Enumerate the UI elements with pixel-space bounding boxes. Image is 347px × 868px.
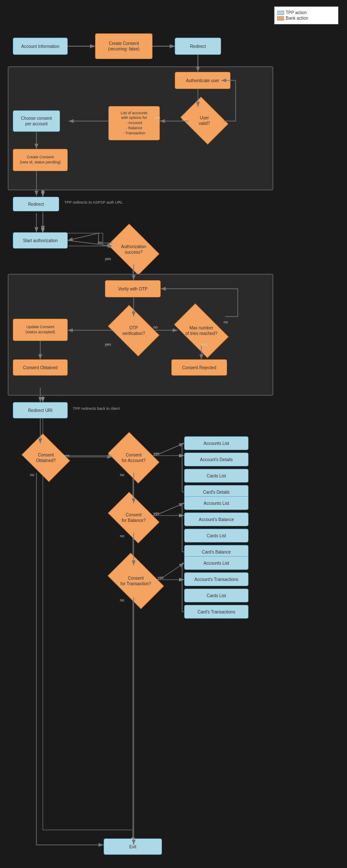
label-no-consent-account: no	[120, 473, 124, 477]
cards-list-3-box: Cards List	[184, 589, 248, 602]
account-info-box: Account Information	[13, 38, 68, 55]
consent-obtained-inner-box: Consent Obtained	[13, 359, 68, 376]
list-accounts-box: List of accounts with options for - Acco…	[108, 106, 160, 140]
label-yes-consent-balance: yes	[153, 511, 159, 515]
consent-balance-diamond: Consent for Balance?	[112, 503, 155, 533]
redirect-uri-label: TPP redirects back to client	[73, 406, 120, 411]
auth-success-diamond: Authorization success?	[112, 234, 155, 264]
consent-transaction-diamond: Consent for Transaction?	[112, 565, 159, 597]
redirect-top-box: Redirect	[175, 38, 221, 55]
cards-transactions-3-box: Card's Transactions	[184, 605, 248, 619]
create-consent-pending-box: Create Consent (new id, status pending)	[13, 149, 68, 171]
redirect-mid-label: TPP redirects to ASPSP auth URL	[64, 200, 123, 204]
legend-color-tpp	[277, 11, 284, 15]
cards-list-1-box: Cards List	[184, 469, 248, 483]
start-auth-box: Start authorization	[13, 232, 68, 249]
label-yes-auth: yes	[105, 257, 111, 261]
legend: TPP action Bank action	[274, 6, 338, 24]
legend-label-tpp: TPP action	[286, 10, 307, 15]
max-tries-diamond: Max number of tries reached?	[178, 316, 225, 346]
accounts-balance-2-box: Account's Balance	[184, 513, 248, 526]
redirect-mid-box: Redirect	[13, 197, 59, 211]
label-yes-consent-account: yes	[153, 451, 159, 456]
otp-verify-diamond: OTP verification?	[112, 316, 155, 346]
label-yes-otp: yes	[105, 342, 111, 347]
label-yes-tries: yes	[201, 342, 207, 347]
label-no-otp: no	[153, 325, 158, 329]
verify-otp-box: Verify with OTP	[105, 280, 161, 297]
legend-color-bank	[277, 16, 284, 21]
legend-label-bank: Bank action	[286, 16, 308, 21]
label-no-user-valid: no	[182, 118, 186, 122]
label-no-consent-balance: no	[120, 534, 124, 538]
label-no-tries: no	[224, 320, 228, 324]
label-no-auth: no	[98, 240, 102, 245]
accounts-list-2-box: Accounts List	[184, 496, 248, 510]
accounts-details-1-box: Account's Details	[184, 453, 248, 466]
consent-obtained-diamond: Consent Obtained?	[27, 443, 65, 473]
redirect-uri-box: Redirect URI	[13, 402, 68, 418]
label-no-consent-obtained: no	[30, 473, 34, 477]
user-valid-diamond: User valid?	[185, 106, 224, 135]
accounts-list-3-box: Accounts List	[184, 556, 248, 570]
label-yes-user-valid: yes	[154, 116, 160, 120]
exit-box: Exit	[104, 838, 162, 855]
authenticate-user-box: Authenticate user	[175, 72, 230, 89]
consent-rejected-box: Consent Rejected	[171, 359, 227, 376]
update-consent-box: Update Consent (status accepted)	[13, 319, 68, 341]
diagram-container: TPP action Bank action Account Informati…	[0, 0, 347, 868]
accounts-list-1-box: Accounts List	[184, 436, 248, 450]
label-yes-consent-transaction: yes	[158, 575, 164, 580]
accounts-transactions-3-box: Account's Transactions	[184, 572, 248, 586]
choose-consent-box: Choose consent per account	[13, 110, 60, 132]
legend-item-tpp: TPP action	[277, 10, 335, 15]
create-consent-recurring-box: Create Consent (recurring: false)	[95, 33, 153, 59]
label-no-consent-transaction: no	[120, 598, 124, 602]
label-yes-consent-obtained: yes	[63, 453, 69, 458]
legend-item-bank: Bank action	[277, 16, 335, 21]
consent-account-diamond: Consent for Account?	[112, 443, 155, 473]
cards-list-2-box: Cards List	[184, 529, 248, 542]
